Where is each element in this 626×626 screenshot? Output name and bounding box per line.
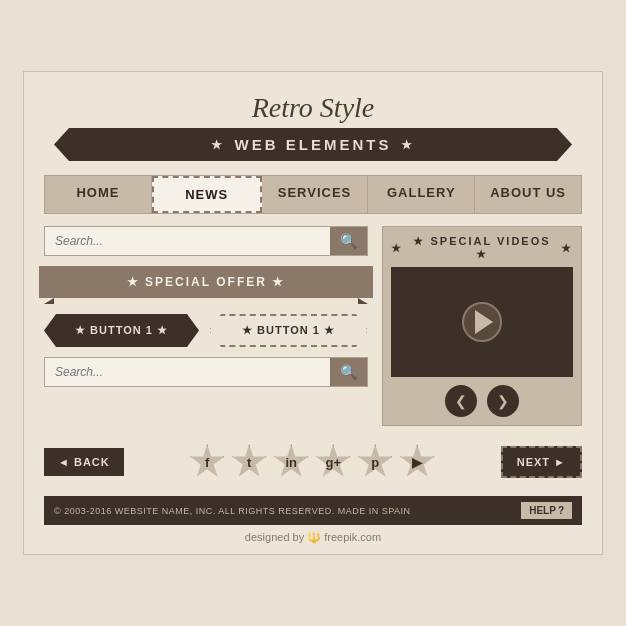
search-input-1[interactable]	[45, 227, 330, 255]
video-player[interactable]	[391, 267, 573, 377]
help-icon: ?	[558, 505, 564, 516]
special-offer-wrapper: ★ SPECIAL OFFER ★	[44, 266, 368, 304]
banner-ribbon: ★ WEB ELEMENTS ★	[54, 128, 572, 161]
page-title: Retro Style	[44, 92, 582, 124]
buttons-row: ★ BUTTON 1 ★ ★ BUTTON 1 ★	[44, 314, 368, 347]
search-bar-1: 🔍	[44, 226, 368, 256]
videos-title: ★ SPECIAL VIDEOS ★	[408, 235, 556, 261]
video-prev-button[interactable]: ❮	[445, 385, 477, 417]
play-icon	[475, 310, 493, 334]
bottom-row: ◄ BACK f t in g+ p ▶ NEXT ►	[44, 438, 582, 486]
main-content: 🔍 ★ SPECIAL OFFER ★ ★ BUTTON 1 ★ ★ BUTTO…	[44, 226, 582, 426]
social-pinterest[interactable]: p	[357, 444, 393, 480]
header-section: Retro Style ★ WEB ELEMENTS ★	[44, 92, 582, 161]
page-container: Retro Style ★ WEB ELEMENTS ★ HOME NEWS S…	[23, 71, 603, 555]
social-facebook[interactable]: f	[189, 444, 225, 480]
nav-about-us[interactable]: ABOUT US	[475, 176, 581, 213]
nav-services[interactable]: SERVICES	[262, 176, 369, 213]
social-youtube[interactable]: ▶	[399, 444, 435, 480]
nav-news[interactable]: NEWS	[152, 176, 262, 213]
help-button[interactable]: HELP ?	[521, 502, 572, 519]
star-left: ★	[211, 138, 225, 152]
button-1-dark[interactable]: ★ BUTTON 1 ★	[44, 314, 199, 347]
search-button-2[interactable]: 🔍	[330, 358, 367, 386]
social-icons: f t in g+ p ▶	[189, 444, 435, 480]
nav-bar: HOME NEWS SERVICES GALLERY ABOUT US	[44, 175, 582, 214]
footer-copyright: © 2003-2016 WEBSITE NAME, INC. ALL RIGHT…	[54, 506, 411, 516]
video-controls: ❮ ❯	[391, 385, 573, 417]
special-offer-ribbon: ★ SPECIAL OFFER ★	[39, 266, 373, 298]
videos-star-left: ★	[391, 242, 403, 255]
play-button[interactable]	[462, 302, 502, 342]
social-instagram[interactable]: in	[273, 444, 309, 480]
nav-gallery[interactable]: GALLERY	[368, 176, 475, 213]
footer-bar: © 2003-2016 WEBSITE NAME, INC. ALL RIGHT…	[44, 496, 582, 525]
right-panel: ★ ★ SPECIAL VIDEOS ★ ★ ❮ ❯	[382, 226, 582, 426]
next-button[interactable]: NEXT ►	[501, 446, 582, 478]
back-button[interactable]: ◄ BACK	[44, 448, 124, 476]
navigation: HOME NEWS SERVICES GALLERY ABOUT US	[44, 175, 582, 214]
social-twitter[interactable]: t	[231, 444, 267, 480]
nav-home[interactable]: HOME	[45, 176, 152, 213]
video-next-button[interactable]: ❯	[487, 385, 519, 417]
banner-text: WEB ELEMENTS	[235, 136, 392, 153]
search-bar-2: 🔍	[44, 357, 368, 387]
social-googleplus[interactable]: g+	[315, 444, 351, 480]
search-button-1[interactable]: 🔍	[330, 227, 367, 255]
videos-star-right: ★	[561, 242, 573, 255]
button-1-outline[interactable]: ★ BUTTON 1 ★	[209, 314, 368, 347]
search-input-2[interactable]	[45, 358, 330, 386]
left-panel: 🔍 ★ SPECIAL OFFER ★ ★ BUTTON 1 ★ ★ BUTTO…	[44, 226, 368, 426]
ribbon-fold	[44, 298, 368, 304]
help-label: HELP	[529, 505, 556, 516]
fold-right	[358, 298, 368, 304]
fold-left	[44, 298, 54, 304]
videos-header: ★ ★ SPECIAL VIDEOS ★ ★	[391, 235, 573, 261]
attribution: designed by 🔱 freepik.com	[44, 531, 582, 544]
star-right: ★	[401, 138, 415, 152]
